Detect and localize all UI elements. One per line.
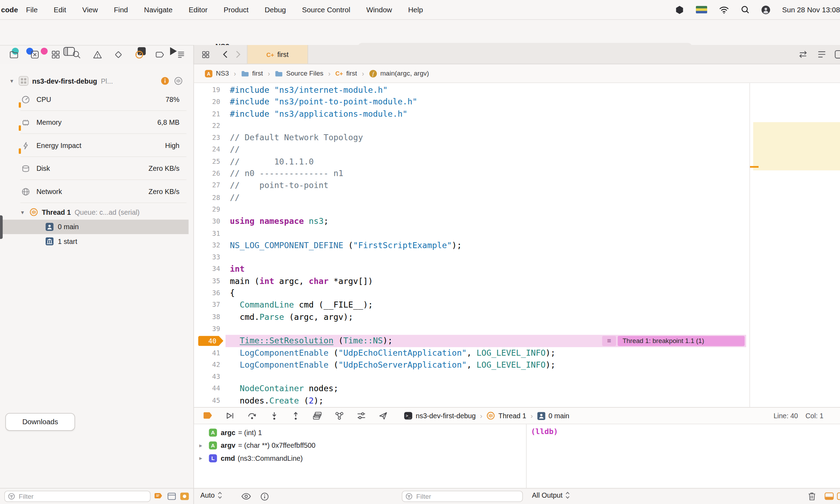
menu-find[interactable]: Find xyxy=(106,6,136,14)
spotlight-search-icon[interactable] xyxy=(741,5,749,14)
navigator-filter-input[interactable] xyxy=(18,492,147,500)
minimap[interactable] xyxy=(749,83,840,407)
console-filter-field[interactable] xyxy=(402,491,523,502)
user-switch-icon[interactable] xyxy=(761,5,770,14)
continue-icon[interactable] xyxy=(225,411,235,420)
menu-file[interactable]: File xyxy=(18,6,46,14)
debug-view-hierarchy-icon[interactable] xyxy=(312,411,323,420)
line-number-35[interactable]: 35 xyxy=(194,275,226,287)
find-navigator-icon[interactable] xyxy=(72,50,81,59)
issue-navigator-icon[interactable] xyxy=(93,50,102,59)
line-number-22[interactable]: 22 xyxy=(194,120,226,132)
jumpbar-item-first[interactable]: first xyxy=(241,70,263,77)
gauge-row-network[interactable]: NetworkZero KB/s xyxy=(0,180,193,203)
menu-view[interactable]: View xyxy=(74,6,106,14)
profile-gauge-icon[interactable] xyxy=(174,77,182,85)
source-editor[interactable]: 19#include "ns3/internet-module.h"20#inc… xyxy=(193,83,840,407)
debug-navigator-icon[interactable] xyxy=(135,50,144,59)
menu-product[interactable]: Product xyxy=(215,6,257,14)
line-number-44[interactable]: 44 xyxy=(194,383,226,395)
menu-window[interactable]: Window xyxy=(358,6,400,14)
back-chevron-icon[interactable] xyxy=(222,50,228,59)
line-number-27[interactable]: 27 xyxy=(194,180,226,192)
step-over-icon[interactable] xyxy=(247,411,258,420)
report-navigator-icon[interactable] xyxy=(176,50,186,59)
app-menu-title[interactable]: code xyxy=(1,6,18,14)
line-number-43[interactable]: 43 xyxy=(194,371,226,383)
debug-crumb-0-main[interactable]: 0 main xyxy=(537,412,569,420)
tab-first[interactable]: first xyxy=(247,45,308,64)
line-number-39[interactable]: 39 xyxy=(194,323,226,335)
debug-console[interactable]: (lldb) xyxy=(526,424,840,488)
view-mode-button[interactable] xyxy=(167,492,176,500)
menu-source-control[interactable]: Source Control xyxy=(294,6,358,14)
variables-pane-toggle-icon[interactable] xyxy=(825,492,834,500)
wifi-icon[interactable] xyxy=(719,6,729,14)
line-number-30[interactable]: 30 xyxy=(194,215,226,227)
debug-crumb-thread-1[interactable]: Thread 1 xyxy=(487,412,526,420)
memory-graph-icon[interactable] xyxy=(334,411,344,420)
menu-navigate[interactable]: Navigate xyxy=(136,6,181,14)
gauge-row-memory[interactable]: Memory6,8 MB xyxy=(0,111,193,134)
tab-overview-icon[interactable] xyxy=(201,50,210,59)
line-number-28[interactable]: 28 xyxy=(194,192,226,203)
process-row[interactable]: ▾ ns3-dev-first-debug Pl... xyxy=(0,74,193,88)
breakpoint-navigator-icon[interactable] xyxy=(155,50,165,59)
gauge-row-disk[interactable]: DiskZero KB/s xyxy=(0,157,193,180)
test-navigator-icon[interactable] xyxy=(114,50,123,59)
variables-view[interactable]: Aargc= (int) 1▸Aargv= (char **) 0x7ffeef… xyxy=(193,424,526,488)
window-edge-handle[interactable] xyxy=(0,215,2,239)
line-number-33[interactable]: 33 xyxy=(194,251,226,263)
jumpbar-item-source-files[interactable]: Source Files xyxy=(275,70,323,77)
line-number-41[interactable]: 41 xyxy=(194,347,226,359)
project-navigator-icon[interactable] xyxy=(9,50,19,59)
thread-row[interactable]: ▾ Thread 1 Queue: c...ad (serial) xyxy=(0,205,193,219)
jumpbar-item-ns3[interactable]: ANS3 xyxy=(205,69,229,77)
console-output-scope-dropdown[interactable]: All Output xyxy=(532,491,570,499)
line-number-32[interactable]: 32 xyxy=(194,239,226,251)
forward-chevron-icon[interactable] xyxy=(235,50,241,59)
editor-options-icon[interactable] xyxy=(817,50,826,59)
line-number-31[interactable]: 31 xyxy=(194,227,226,239)
line-number-23[interactable]: 23 xyxy=(194,132,226,144)
line-number-38[interactable]: 38 xyxy=(194,311,226,323)
line-number-25[interactable]: 25 xyxy=(194,156,226,168)
variable-row-cmd[interactable]: ▸Lcmd(ns3::CommandLine) xyxy=(194,452,526,465)
menu-editor[interactable]: Editor xyxy=(181,6,216,14)
breakpoint-annotation[interactable]: Thread 1: breakpoint 1.1 (1) xyxy=(618,336,744,346)
simulate-location-icon[interactable] xyxy=(378,411,388,420)
line-number-24[interactable]: 24 xyxy=(194,144,226,156)
line-number-19[interactable]: 19 xyxy=(194,84,226,96)
info-icon[interactable] xyxy=(260,492,269,501)
menu-extra-app-icon[interactable] xyxy=(675,5,684,14)
environment-overrides-icon[interactable] xyxy=(356,411,367,420)
jumpbar-item-first[interactable]: first xyxy=(335,70,357,77)
step-into-icon[interactable] xyxy=(270,411,279,420)
line-number-34[interactable]: 34 xyxy=(194,263,226,275)
breakpoint-actions-icon[interactable] xyxy=(602,336,616,346)
gauge-row-energy-impact[interactable]: Energy ImpactHigh xyxy=(0,134,193,157)
disclosure-right-icon[interactable]: ▸ xyxy=(199,454,209,461)
navigator-filter-field[interactable] xyxy=(4,491,150,502)
breakpoint-badge[interactable]: 40 xyxy=(198,336,224,346)
source-control-navigator-icon[interactable] xyxy=(30,50,39,59)
code-review-icon[interactable] xyxy=(798,50,808,59)
console-pane-toggle-icon[interactable] xyxy=(837,492,840,500)
flag-filter-button[interactable] xyxy=(154,492,163,500)
debug-crumb-ns3-dev-first-debug[interactable]: >_ns3-dev-first-debug xyxy=(404,412,476,420)
downloads-button[interactable]: Downloads xyxy=(5,413,75,431)
console-filter-input[interactable] xyxy=(415,492,519,500)
line-number-42[interactable]: 42 xyxy=(194,359,226,371)
line-number-36[interactable]: 36 xyxy=(194,287,226,299)
disclosure-right-icon[interactable]: ▸ xyxy=(199,442,209,449)
gauge-row-cpu[interactable]: CPU78% xyxy=(0,88,193,111)
info-badge-icon[interactable] xyxy=(161,77,169,85)
variable-row-argv[interactable]: ▸Aargv= (char **) 0x7ffeefbff500 xyxy=(194,439,526,452)
menu-edit[interactable]: Edit xyxy=(46,6,74,14)
split-editor-icon[interactable] xyxy=(835,50,840,59)
symbol-navigator-icon[interactable] xyxy=(51,50,60,59)
line-number-37[interactable]: 37 xyxy=(194,299,226,311)
line-number-40[interactable]: 40 xyxy=(194,335,226,347)
line-number-21[interactable]: 21 xyxy=(194,108,226,120)
input-source-flag-icon[interactable] xyxy=(696,6,707,13)
